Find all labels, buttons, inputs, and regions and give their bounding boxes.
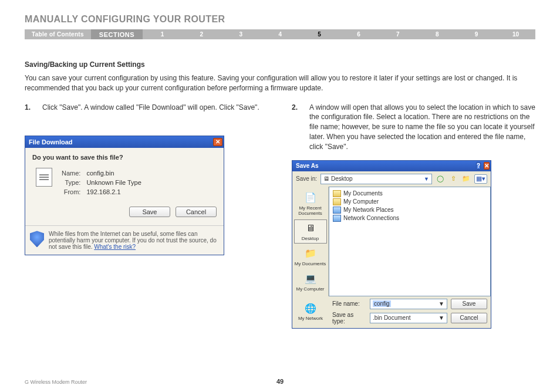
- step-number: 2.: [292, 103, 309, 152]
- section-tab-7[interactable]: 7: [378, 31, 417, 38]
- toc-link[interactable]: Table of Contents: [25, 31, 91, 38]
- place-label: My Computer: [295, 286, 326, 292]
- new-folder-icon[interactable]: 📁: [461, 174, 471, 184]
- file-download-dialog: File Download ✕ Do you want to save this…: [25, 136, 224, 255]
- intro-paragraph: You can save your current configuration …: [25, 73, 535, 93]
- file-icon: [36, 168, 52, 187]
- my-network-icon: 🌐: [303, 302, 318, 315]
- place-label: My Documents: [295, 261, 326, 266]
- desktop-icon: 🖥: [303, 222, 318, 235]
- item-label: Network Connections: [343, 215, 399, 221]
- network-icon: [333, 207, 341, 214]
- chevron-down-icon: ▼: [438, 300, 444, 307]
- savein-value: Desktop: [331, 175, 353, 182]
- section-tab-9[interactable]: 9: [457, 31, 496, 38]
- name-value: config.bin: [84, 169, 143, 177]
- place-mycomputer[interactable]: 💻My Computer: [294, 270, 327, 294]
- place-recent[interactable]: 📄My Recent Documents: [294, 189, 327, 218]
- views-icon[interactable]: ▦▾: [474, 174, 487, 184]
- file-details: Name:config.bin Type:Unknown File Type F…: [58, 168, 145, 197]
- recent-documents-icon: 📄: [303, 191, 318, 204]
- type-value: Unknown File Type: [84, 178, 143, 187]
- folder-icon: [333, 190, 341, 197]
- my-documents-icon: 📁: [303, 247, 318, 260]
- section-tab-10[interactable]: 10: [496, 31, 535, 38]
- subheading: Saving/Backing up Current Settings: [25, 60, 535, 69]
- from-value: 192.168.2.1: [84, 188, 143, 196]
- section-tab-8[interactable]: 8: [417, 31, 457, 38]
- savein-dropdown[interactable]: 🖥 Desktop ▼: [321, 174, 432, 184]
- section-tab-5[interactable]: 5: [300, 31, 339, 38]
- list-item[interactable]: Network Connections: [333, 214, 487, 222]
- step-text: Click "Save". A window called "File Down…: [42, 103, 268, 113]
- confirm-question: Do you want to save this file?: [32, 154, 217, 161]
- place-desktop[interactable]: 🖥Desktop: [294, 219, 327, 244]
- dialog-title: File Download: [29, 138, 73, 146]
- close-icon[interactable]: ✕: [484, 162, 490, 170]
- dialog-titlebar: File Download ✕: [25, 136, 224, 148]
- list-item[interactable]: My Documents: [333, 190, 487, 198]
- place-label: My Recent Documents: [295, 205, 326, 216]
- item-label: My Network Places: [343, 207, 394, 213]
- filename-value: config: [373, 300, 391, 307]
- page-number: 49: [276, 378, 284, 385]
- folder-icon: [333, 198, 341, 205]
- footer-product: G Wireless Modem Router: [25, 379, 87, 385]
- back-icon[interactable]: ◯: [436, 174, 445, 184]
- up-folder-icon[interactable]: ⇧: [448, 174, 458, 184]
- section-tab-1[interactable]: 1: [143, 31, 182, 38]
- close-icon[interactable]: ✕: [213, 138, 222, 146]
- shield-icon: [30, 231, 44, 247]
- place-mydocs[interactable]: 📁My Documents: [294, 245, 327, 269]
- section-tab-2[interactable]: 2: [182, 31, 221, 38]
- dialog-titlebar: Save As ? ✕: [292, 161, 491, 171]
- type-label: Type:: [59, 178, 83, 187]
- step-1: 1. Click "Save". A window called "File D…: [25, 103, 268, 113]
- name-label: Name:: [59, 169, 83, 177]
- from-label: From:: [59, 188, 83, 196]
- list-item[interactable]: My Computer: [333, 198, 487, 206]
- chevron-down-icon: ▼: [424, 176, 429, 182]
- filename-input[interactable]: config ▼: [370, 299, 447, 309]
- sections-label: SECTIONS: [91, 29, 143, 39]
- item-label: My Documents: [343, 190, 383, 197]
- cancel-button[interactable]: Cancel: [176, 207, 217, 217]
- step-number: 1.: [25, 103, 42, 113]
- savetype-dropdown[interactable]: .bin Document ▼: [370, 313, 447, 323]
- savetype-label: Save as type:: [332, 312, 366, 325]
- savetype-value: .bin Document: [373, 315, 410, 321]
- section-tab-3[interactable]: 3: [221, 31, 261, 38]
- my-computer-icon: 💻: [303, 272, 318, 285]
- section-tab-4[interactable]: 4: [261, 31, 300, 38]
- section-tab-6[interactable]: 6: [339, 31, 379, 38]
- help-icon[interactable]: ?: [476, 162, 481, 170]
- file-list[interactable]: My Documents My Computer My Network Plac…: [329, 187, 491, 296]
- filename-label: File name:: [332, 300, 366, 307]
- item-label: My Computer: [343, 198, 379, 205]
- step-2: 2. A window will open that allows you to…: [292, 103, 535, 152]
- security-warning: While files from the Internet can be use…: [25, 225, 224, 255]
- list-item[interactable]: My Network Places: [333, 206, 487, 214]
- save-button[interactable]: Save: [451, 299, 487, 309]
- savein-label: Save in:: [296, 175, 317, 182]
- network-icon: [333, 215, 341, 222]
- place-label: Desktop: [295, 236, 326, 241]
- page-title: MANUALLY CONFIGURING YOUR ROUTER: [25, 14, 535, 25]
- whats-the-risk-link[interactable]: What's the risk?: [94, 244, 136, 250]
- cancel-button[interactable]: Cancel: [451, 313, 487, 323]
- save-as-dialog: Save As ? ✕ Save in: 🖥 Desktop ▼ ◯: [292, 160, 491, 329]
- places-bar: 📄My Recent Documents 🖥Desktop 📁My Docume…: [292, 187, 329, 296]
- chevron-down-icon: ▼: [438, 315, 444, 321]
- place-label: My Network: [298, 316, 323, 321]
- dialog-title: Save As: [296, 163, 319, 169]
- section-navbar: Table of Contents SECTIONS 1 2 3 4 5 6 7…: [25, 29, 535, 39]
- step-text: A window will open that allows you to se…: [309, 103, 535, 152]
- save-button[interactable]: Save: [129, 207, 170, 217]
